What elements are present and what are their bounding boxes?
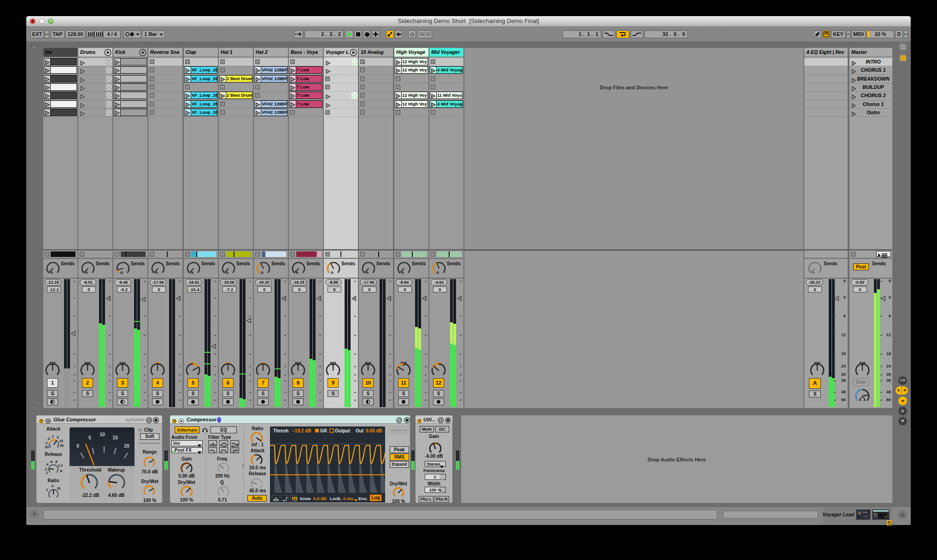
svg-text:Out: Out (356, 428, 364, 433)
svg-text:Output: Output (335, 428, 350, 433)
svg-text:20: 20 (124, 443, 129, 449)
svg-text:0.00 dB: 0.00 dB (366, 428, 382, 433)
svg-text:Thresh: Thresh (273, 428, 288, 433)
svg-text:5: 5 (88, 435, 91, 440)
svg-text:GR: GR (320, 428, 328, 433)
svg-text:−19.2 dB: −19.2 dB (292, 428, 311, 433)
svg-text:10: 10 (100, 432, 105, 437)
svg-text:0: 0 (76, 443, 79, 449)
svg-text:15: 15 (112, 435, 118, 440)
